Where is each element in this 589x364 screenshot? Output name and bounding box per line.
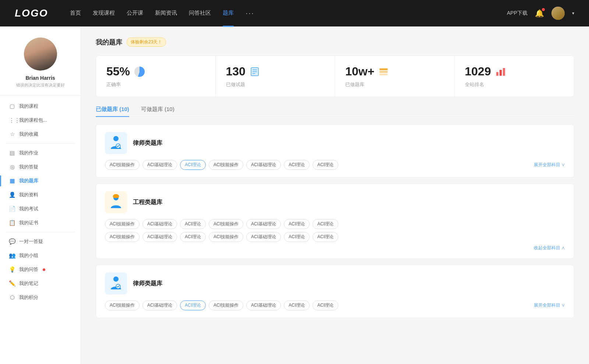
collapse-btn[interactable]: 收起全部科目 ∧ xyxy=(534,245,565,251)
tag-3-5[interactable]: ACI基础理论 xyxy=(246,300,281,310)
tag-2-4[interactable]: ACI技能操作 xyxy=(209,219,243,229)
tag-2b-2[interactable]: ACI基础理论 xyxy=(142,232,177,242)
qbank-icon: ▦ xyxy=(9,178,15,184)
main-content: 我的题库 体验剩余23天！ 55% 正确率 130 xyxy=(81,26,589,364)
stat-rank: 1029 全站排名 xyxy=(455,56,574,97)
sidebar-item-profile[interactable]: 👤 我的资料 xyxy=(0,188,81,202)
sidebar-item-course-package[interactable]: ⋮⋮ 我的课程包... xyxy=(0,113,81,127)
nav-discover[interactable]: 发现课程 xyxy=(93,10,115,17)
tag-2-7[interactable]: ACI理论 xyxy=(313,219,338,229)
sidebar-item-answer[interactable]: ◎ 我的答疑 xyxy=(0,160,81,174)
svg-rect-15 xyxy=(114,194,118,196)
done-value: 130 xyxy=(226,65,246,78)
qbank-card-engineer: 工程类题库 ACI技能操作 ACI基础理论 ACI理论 ACI技能操作 ACI基… xyxy=(96,183,574,259)
tag-2-2[interactable]: ACI基础理论 xyxy=(142,219,177,229)
expand-link-1[interactable]: 展开全部科目 ∨ xyxy=(534,162,565,168)
trial-badge: 体验剩余23天！ xyxy=(127,38,166,47)
tag-1-4[interactable]: ACI技能操作 xyxy=(209,160,243,170)
tag-2-6[interactable]: ACI理论 xyxy=(284,219,310,229)
svg-point-16 xyxy=(113,276,119,282)
profile-name: Brian Harris xyxy=(25,75,55,81)
tag-3-2[interactable]: ACI基础理论 xyxy=(142,300,177,310)
rank-label: 全站排名 xyxy=(465,81,564,88)
qbank-header-1: 律师类题库 xyxy=(105,132,565,154)
sidebar-item-questions[interactable]: 💡 我的问答 xyxy=(0,263,81,276)
tag-1-7[interactable]: ACI理论 xyxy=(313,160,338,170)
lawyer-icon-wrap xyxy=(105,132,127,154)
tags-row-3: ACI技能操作 ACI基础理论 ACI理论 ACI技能操作 ACI基础理论 AC… xyxy=(105,300,565,310)
stat-top-done: 130 xyxy=(226,65,325,78)
questions-dot xyxy=(43,268,45,271)
tag-3-3[interactable]: ACI理论 xyxy=(180,300,206,310)
nav-open-course[interactable]: 公开课 xyxy=(127,10,143,17)
tag-2-3[interactable]: ACI理论 xyxy=(180,219,206,229)
tag-2-1[interactable]: ACI技能操作 xyxy=(105,219,140,229)
nav-more[interactable]: ··· xyxy=(246,10,254,17)
profile-icon: 👤 xyxy=(9,192,15,198)
nav-links: 首页 发现课程 公开课 新闻资讯 问答社区 题库 ··· xyxy=(70,10,507,17)
sidebar-item-qbank[interactable]: ▦ 我的题库 xyxy=(0,174,81,188)
sidebar-item-homework[interactable]: ▤ 我的作业 xyxy=(0,146,81,160)
tag-3-6[interactable]: ACI理论 xyxy=(284,300,310,310)
tab-done[interactable]: 已做题库 (10) xyxy=(96,106,129,117)
qbank-label: 已做题库 xyxy=(345,81,444,88)
stat-top-qbank: 10w+ xyxy=(345,65,444,78)
logo[interactable]: LOGO xyxy=(15,7,48,19)
sidebar-item-notes[interactable]: ✏️ 我的笔记 xyxy=(0,276,81,290)
tag-1-3[interactable]: ACI理论 xyxy=(180,160,206,170)
tags-row-2b: ACI技能操作 ACI基础理论 ACI理论 ACI技能操作 ACI基础理论 AC… xyxy=(105,232,565,242)
qbank-card-lawyer-2: 律师类题库 ACI技能操作 ACI基础理论 ACI理论 ACI技能操作 ACI基… xyxy=(96,265,574,318)
sidebar-item-one-on-one[interactable]: 💬 一对一答疑 xyxy=(0,235,81,249)
page-wrapper: Brian Harris 错误的决定比没有决定要好 ▢ 我的课程 ⋮⋮ 我的课程… xyxy=(0,26,589,364)
tag-2b-5[interactable]: ACI基础理论 xyxy=(246,232,281,242)
sidebar-menu: ▢ 我的课程 ⋮⋮ 我的课程包... ☆ 我的收藏 ▤ 我的作业 ◎ 我的答疑 … xyxy=(0,99,81,304)
tag-1-6[interactable]: ACI理论 xyxy=(284,160,310,170)
engineer-figure-icon xyxy=(108,194,124,210)
tag-2b-6[interactable]: ACI理论 xyxy=(284,232,310,242)
tag-1-1[interactable]: ACI技能操作 xyxy=(105,160,140,170)
group-icon: 👥 xyxy=(9,252,15,259)
notes-icon: ✏️ xyxy=(9,280,15,287)
sidebar-item-my-course[interactable]: ▢ 我的课程 xyxy=(0,99,81,113)
tag-3-1[interactable]: ACI技能操作 xyxy=(105,300,140,310)
nav-news[interactable]: 新闻资讯 xyxy=(155,10,177,17)
tags-row-1: ACI技能操作 ACI基础理论 ACI理论 ACI技能操作 ACI基础理论 AC… xyxy=(105,160,565,170)
tags-row-2a: ACI技能操作 ACI基础理论 ACI理论 ACI技能操作 ACI基础理论 AC… xyxy=(105,219,565,229)
tag-2b-7[interactable]: ACI理论 xyxy=(313,232,338,242)
course-icon: ▢ xyxy=(9,103,15,110)
tag-2b-4[interactable]: ACI技能操作 xyxy=(209,232,243,242)
profile-motto: 错误的决定比没有决定要好 xyxy=(16,82,65,88)
tag-2b-3[interactable]: ACI理论 xyxy=(180,232,206,242)
tag-3-4[interactable]: ACI技能操作 xyxy=(209,300,243,310)
tag-2b-1[interactable]: ACI技能操作 xyxy=(105,232,140,242)
svg-rect-9 xyxy=(500,70,502,76)
user-menu-chevron[interactable]: ▾ xyxy=(572,11,574,16)
user-avatar[interactable] xyxy=(551,7,565,20)
sidebar-item-exam[interactable]: 📄 我的考试 xyxy=(0,202,81,216)
collapse-link: 收起全部科目 ∧ xyxy=(105,245,565,251)
accuracy-pie-icon xyxy=(134,67,145,77)
nav-qa[interactable]: 问答社区 xyxy=(189,10,211,17)
tab-todo[interactable]: 可做题库 (10) xyxy=(141,106,174,117)
sidebar-item-group[interactable]: 👥 我的小组 xyxy=(0,249,81,263)
tag-1-2[interactable]: ACI基础理论 xyxy=(142,160,177,170)
tag-1-5[interactable]: ACI基础理论 xyxy=(246,160,281,170)
star-icon: ☆ xyxy=(9,131,15,138)
sidebar-item-favorites[interactable]: ☆ 我的收藏 xyxy=(0,127,81,141)
lawyer-figure-icon xyxy=(108,135,124,151)
sidebar-item-certificate[interactable]: 📋 我的证书 xyxy=(0,216,81,230)
lawyer-icon-wrap-2 xyxy=(105,272,127,295)
tag-2-5[interactable]: ACI基础理论 xyxy=(246,219,281,229)
app-download-button[interactable]: APP下载 xyxy=(507,10,528,17)
nav-qbank[interactable]: 题库 xyxy=(223,10,234,17)
nav-home[interactable]: 首页 xyxy=(70,10,81,17)
qbank-value: 10w+ xyxy=(345,65,374,78)
accuracy-value: 55% xyxy=(106,65,130,78)
qbank-name-2: 工程类题库 xyxy=(133,199,162,206)
sidebar-item-points[interactable]: ⬡ 我的积分 xyxy=(0,290,81,304)
notification-dot xyxy=(542,8,545,11)
notification-bell[interactable]: 🔔 xyxy=(535,9,544,18)
tag-3-7[interactable]: ACI理论 xyxy=(313,300,338,310)
rank-bar-icon xyxy=(495,67,506,76)
expand-link-3[interactable]: 展开全部科目 ∨ xyxy=(534,302,565,308)
